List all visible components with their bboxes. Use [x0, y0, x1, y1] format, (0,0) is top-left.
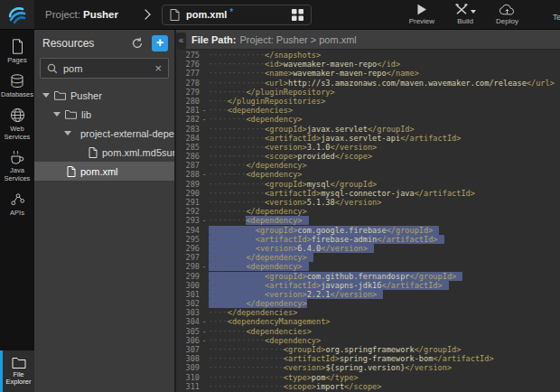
- line-number: 288: [176, 170, 200, 179]
- code-line[interactable]: 296··········<version>6.4.0</version>: [176, 244, 560, 253]
- code-line[interactable]: 303····</dependencies>: [176, 308, 560, 317]
- sidebar-item-label: Web Services: [0, 126, 34, 141]
- clear-search-icon[interactable]: ×: [154, 62, 162, 74]
- code-line[interactable]: 310················<type>pom</type>: [176, 373, 560, 382]
- code-area[interactable]: 275············</snapshots>276··········…: [176, 50, 560, 391]
- code-line[interactable]: 285············<version>3.1.0</version>: [176, 143, 560, 152]
- collapse-panel-button[interactable]: «: [176, 33, 186, 49]
- tree-item-lib[interactable]: lib: [34, 105, 174, 124]
- code-line[interactable]: 283············<groupId>javax.servlet</g…: [176, 125, 560, 134]
- database-icon: [10, 74, 24, 89]
- code-line[interactable]: 308················<artifactId>spring-fr…: [176, 354, 560, 363]
- indent-whitespace: ··········: [209, 226, 256, 235]
- fold-marker[interactable]: -: [200, 262, 209, 271]
- tree-item-pom-xml-md5sum[interactable]: pom.xml.md5sum: [34, 143, 174, 162]
- code-line[interactable]: 301············<version>2.2.1</version>: [176, 290, 560, 299]
- dashboard-grid-icon[interactable]: [292, 9, 303, 21]
- sidebar-item-file-explorer[interactable]: File Explorer: [0, 350, 34, 392]
- code-line[interactable]: 277············<name>wavemaker-maven-rep…: [176, 69, 560, 78]
- indent-whitespace: ············: [209, 143, 265, 152]
- sidebar-item-pages[interactable]: Pages: [0, 39, 34, 65]
- code-line[interactable]: 307················<groupId>org.springfr…: [176, 345, 560, 354]
- search-input[interactable]: [63, 63, 149, 74]
- file-tree: Pusher lib project-external-dependencies…: [34, 86, 174, 181]
- line-number: 306: [176, 336, 200, 345]
- code-line[interactable]: 282-········<dependency>: [176, 115, 560, 124]
- resource-search-box: ×: [40, 58, 169, 79]
- code-line[interactable]: 275············</snapshots>: [176, 51, 560, 60]
- indent-whitespace: ········: [209, 115, 246, 124]
- indent-whitespace: ··········: [209, 244, 256, 253]
- caret-down-icon[interactable]: [42, 93, 50, 98]
- fold-marker[interactable]: -: [200, 336, 209, 345]
- line-number: 279: [176, 88, 200, 97]
- tree-item-label: pom.xml.md5sum: [102, 147, 174, 158]
- indent-whitespace: ············: [209, 336, 265, 345]
- code-line[interactable]: 305-········<dependencies>: [176, 327, 560, 336]
- code-line[interactable]: 306-············<dependency>: [176, 336, 560, 345]
- refresh-icon[interactable]: [131, 37, 144, 50]
- line-number: 295: [176, 235, 200, 244]
- sidebar-item-databases[interactable]: Databases: [0, 74, 34, 99]
- code-line[interactable]: 311················<scope>import</scope>: [176, 382, 560, 391]
- code-line[interactable]: 286············<scope>provided</scope>: [176, 152, 560, 161]
- project-selector[interactable]: Project:Pusher: [45, 9, 118, 20]
- sidebar-item-apis[interactable]: APIs: [0, 191, 34, 218]
- code-line[interactable]: 280····</pluginRepositories>: [176, 97, 560, 106]
- tree-item-pom-xml[interactable]: pom.xml: [34, 162, 174, 181]
- code-line[interactable]: 309················<version>${spring.ver…: [176, 363, 560, 372]
- line-number: 299: [176, 272, 200, 281]
- code-line[interactable]: 292········</dependency>: [176, 207, 560, 216]
- caret-down-icon[interactable]: [64, 131, 71, 135]
- fold-marker[interactable]: -: [200, 170, 209, 179]
- build-button[interactable]: Build: [454, 4, 476, 25]
- code-line[interactable]: 289············<groupId>mysql</groupId>: [176, 180, 560, 189]
- sidebar-item-web-services[interactable]: Web Services: [0, 107, 34, 141]
- code-line[interactable]: 276············<id>wavemaker-maven-repo<…: [176, 60, 560, 69]
- line-number: 304: [176, 317, 200, 326]
- build-label: Build: [457, 17, 473, 25]
- fold-marker[interactable]: -: [200, 216, 209, 225]
- app-logo[interactable]: [0, 0, 34, 29]
- tab-pom-xml[interactable]: pom.xml *: [162, 5, 312, 25]
- code-line[interactable]: 294··········<groupId>com.google.firebas…: [176, 226, 560, 235]
- indent-whitespace: ········: [209, 88, 246, 97]
- code-line[interactable]: 304-····<dependencyManagement>: [176, 317, 560, 326]
- code-editor: File Path: Project: Pusher > pom.xml 275…: [176, 30, 560, 392]
- code-line[interactable]: 295··········<artifactId>firebase-admin<…: [176, 235, 560, 244]
- code-line[interactable]: 302········</dependency>: [176, 299, 560, 308]
- code-line[interactable]: 278············<url>http://s3.amazonaws.…: [176, 79, 560, 88]
- add-resource-button[interactable]: +: [152, 35, 168, 51]
- line-number: 309: [176, 363, 200, 372]
- line-number: 311: [176, 382, 200, 391]
- code-line[interactable]: 293-········<dependency>: [176, 216, 560, 225]
- fold-marker[interactable]: -: [200, 106, 209, 115]
- code-line[interactable]: 284············<artifactId>javax.servlet…: [176, 134, 560, 143]
- tree-item-pusher[interactable]: Pusher: [34, 86, 174, 105]
- tree-item-project-external-dependencies[interactable]: project-external-dependencies: [34, 124, 174, 143]
- fold-marker[interactable]: -: [200, 317, 209, 326]
- line-number: 286: [176, 152, 200, 161]
- code-line[interactable]: 288-········<dependency>: [176, 170, 560, 179]
- code-line[interactable]: 291············<version>5.1.38</version>: [176, 198, 560, 207]
- code-line[interactable]: 299············<groupId>com.github.ferna…: [176, 272, 560, 281]
- code-line[interactable]: 279········</pluginRepository>: [176, 88, 560, 97]
- code-line[interactable]: 287········</dependency>: [176, 161, 560, 170]
- truncated-toolbar-label[interactable]: Te: [553, 13, 560, 22]
- line-number: 281: [176, 106, 200, 115]
- preview-button[interactable]: Preview: [409, 4, 434, 25]
- code-line[interactable]: 300············<artifactId>javapns-jdk16…: [176, 281, 560, 290]
- line-number: 303: [176, 308, 200, 317]
- sidebar-item-java-services[interactable]: Java Services: [0, 150, 34, 182]
- code-line[interactable]: 290············<artifactId>mysql-connect…: [176, 189, 560, 198]
- code-line[interactable]: 297········</dependency>: [176, 253, 560, 262]
- code-line[interactable]: 281-····<dependencies>: [176, 106, 560, 115]
- fold-marker[interactable]: -: [200, 115, 209, 124]
- code-line[interactable]: 298-········<dependency>: [176, 262, 560, 271]
- indent-whitespace: ········: [209, 161, 246, 170]
- caret-down-icon[interactable]: [53, 112, 61, 117]
- search-icon: [47, 63, 58, 74]
- deploy-button[interactable]: Deploy: [496, 4, 518, 25]
- tree-item-label: Pusher: [70, 90, 102, 101]
- fold-marker[interactable]: -: [200, 327, 209, 336]
